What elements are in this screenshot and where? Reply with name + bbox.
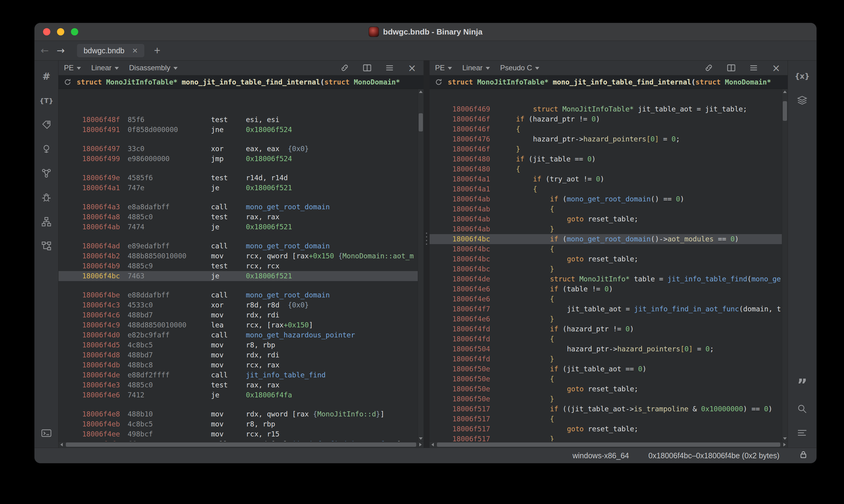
il-selector[interactable]: Pseudo C xyxy=(500,64,539,72)
disasm-row[interactable]: 18006f4ab7474je0x18006f521 xyxy=(58,222,418,232)
sync-link-icon[interactable] xyxy=(703,62,715,73)
pseudoc-row[interactable]: 18006f4destruct MonoJitInfo* table = jit… xyxy=(430,274,782,284)
console-icon[interactable] xyxy=(39,426,54,440)
right-vertical-scrollbar[interactable] xyxy=(782,89,788,441)
tags-icon[interactable] xyxy=(39,118,54,132)
disasm-row[interactable]: 18006f4bee88ddafbffcallmono_get_root_dom… xyxy=(58,290,418,300)
right-horizontal-scrollbar[interactable] xyxy=(430,441,788,448)
view-selector[interactable]: Linear xyxy=(91,64,119,72)
disasm-row[interactable]: 18006f4f1ff1521ac4200callqword [rel jit_… xyxy=(58,439,418,441)
refresh-icon[interactable] xyxy=(434,78,443,86)
disasm-row[interactable]: 18006f4e8488b10movrdx, qword [rax {MonoJ… xyxy=(58,409,418,419)
log-icon[interactable] xyxy=(795,426,809,440)
disasm-row[interactable]: 18006f4a3e8a8dafbffcallmono_get_root_dom… xyxy=(58,202,418,212)
back-arrow-icon[interactable]: ← xyxy=(41,46,49,55)
pseudoc-row[interactable]: 18006f517if ((jit_table_aot->is_trampoli… xyxy=(430,404,782,414)
disasm-row[interactable]: 18006f4bc7463je0x18006f521 xyxy=(58,271,418,281)
disasm-row[interactable]: 18006f4c9488d8850010000learcx, [rax+0x15… xyxy=(58,320,418,330)
variables-icon[interactable]: {x} xyxy=(795,69,809,84)
refresh-icon[interactable] xyxy=(63,78,72,86)
pseudoc-row[interactable]: 18006f476hazard_ptr->hazard_pointers[0] … xyxy=(430,134,782,144)
sync-link-icon[interactable] xyxy=(339,62,351,73)
disasm-row[interactable]: 18006f4e67412je0x18006f4fa xyxy=(58,390,418,400)
scroll-left-icon[interactable] xyxy=(58,442,65,448)
view-selector[interactable]: Linear xyxy=(462,64,490,72)
pseudoc-row[interactable]: 18006f4f7jit_table_aot = jit_info_find_i… xyxy=(430,304,782,314)
pseudoc-row[interactable]: 18006f4abif (mono_get_root_domain() == 0… xyxy=(430,194,782,204)
pseudoc-row[interactable]: 18006f46fif (hazard_ptr != 0) xyxy=(430,114,782,124)
disasm-row[interactable]: 18006f4d0e82bc9faffcallmono_get_hazardou… xyxy=(58,330,418,340)
pseudoc-row[interactable]: 18006f4e6{ xyxy=(430,294,782,304)
left-vscroll-thumb[interactable] xyxy=(419,113,423,131)
disasm-row[interactable]: 18006f4910f858d000000jne0x18006f524 xyxy=(58,125,418,135)
disasm-row[interactable]: 18006f4b2488b8850010000movrcx, qword [ra… xyxy=(58,251,418,261)
disasm-row[interactable]: 18006f4ee498bcfmovrcx, r15 xyxy=(58,429,418,439)
lock-icon[interactable] xyxy=(799,450,808,461)
components-icon[interactable] xyxy=(39,239,54,253)
zoom-window-button[interactable] xyxy=(71,28,78,35)
disasm-row[interactable]: 18006f49e4585f6testr14d, r14d xyxy=(58,173,418,183)
disasm-row[interactable]: 18006f4a1747eje0x18006f521 xyxy=(58,183,418,193)
disasm-row[interactable]: 18006f4c34533c0xorr8d, r8d {0x0} xyxy=(58,300,418,310)
pseudoc-row[interactable]: 18006f4ab} xyxy=(430,224,782,234)
pseudoc-row[interactable]: 18006f517goto reset_table; xyxy=(430,424,782,434)
split-view-icon[interactable] xyxy=(725,62,737,73)
disasm-row[interactable]: 18006f4d54c8bc5movr8, rbp xyxy=(58,340,418,350)
disasm-row[interactable]: 18006f4d8488bd7movrdx, rdi xyxy=(58,350,418,360)
disasm-row[interactable]: 18006f499e986000000jmp0x18006f524 xyxy=(58,154,418,164)
disasm-row[interactable]: 18006f4eb4c8bc5movr8, rbp xyxy=(58,419,418,429)
pseudoc-row[interactable]: 18006f4abgoto reset_table; xyxy=(430,214,782,224)
tab-bdwgc[interactable]: bdwgc.bndb × xyxy=(77,44,144,57)
scroll-left-icon[interactable] xyxy=(430,442,436,448)
disasm-row[interactable]: 18006f4db488bc8movrcx, rax xyxy=(58,360,418,370)
pseudoc-row[interactable]: 18006f46f{ xyxy=(430,124,782,134)
il-selector[interactable]: Disassembly xyxy=(129,64,178,72)
pseudoc-row[interactable]: 18006f469struct MonoJitInfoTable* jit_ta… xyxy=(430,104,782,114)
forward-arrow-icon[interactable]: → xyxy=(57,46,65,55)
scroll-down-icon[interactable] xyxy=(782,436,788,441)
pseudoc-row[interactable]: 18006f4fdif (hazard_ptr != 0) xyxy=(430,324,782,334)
types-icon[interactable]: {T} xyxy=(39,93,54,108)
close-pane-icon[interactable]: × xyxy=(406,62,418,73)
pseudoc-row[interactable]: 18006f517{ xyxy=(430,414,782,424)
disasm-row[interactable]: 18006f4dee88df2ffffcalljit_info_table_fi… xyxy=(58,370,418,380)
debugger-icon[interactable] xyxy=(39,190,54,205)
hierarchy-icon[interactable] xyxy=(39,214,54,229)
pseudoc-row[interactable]: 18006f4e6if (table != 0) xyxy=(430,284,782,294)
memory-map-icon[interactable] xyxy=(39,142,54,156)
disasm-row[interactable]: 18006f4c6488bd7movrdx, rdi xyxy=(58,310,418,320)
pseudoc-row[interactable]: 18006f46f} xyxy=(430,144,782,154)
close-pane-icon[interactable]: × xyxy=(770,62,782,73)
disasm-row[interactable]: 18006f48f85f6testesi, esi xyxy=(58,115,418,125)
scroll-down-icon[interactable] xyxy=(418,436,424,441)
menu-icon[interactable] xyxy=(747,62,760,73)
pseudoc-row[interactable]: 18006f4fd{ xyxy=(430,334,782,344)
disasm-row[interactable]: 18006f4e34885c0testrax, rax xyxy=(58,380,418,390)
disasm-row[interactable]: 18006f49733c0xoreax, eax {0x0} xyxy=(58,144,418,154)
split-view-icon[interactable] xyxy=(361,62,373,73)
pane-splitter[interactable] xyxy=(424,60,430,448)
minimize-window-button[interactable] xyxy=(57,28,64,35)
close-window-button[interactable] xyxy=(43,28,50,35)
pseudoc-row[interactable]: 18006f50eif (jit_table_aot == 0) xyxy=(430,364,782,374)
pseudoc-row[interactable]: 18006f517} xyxy=(430,434,782,441)
disasm-row[interactable]: 18006f4ade89edafbffcallmono_get_root_dom… xyxy=(58,241,418,251)
strings-icon[interactable]: ” xyxy=(795,371,809,392)
pseudoc-row[interactable]: 18006f4e6} xyxy=(430,314,782,324)
splitter-handle-icon[interactable] xyxy=(425,230,428,248)
scroll-up-icon[interactable] xyxy=(782,89,788,94)
scroll-right-icon[interactable] xyxy=(417,442,424,448)
pseudoc-row[interactable]: 18006f50e} xyxy=(430,394,782,404)
disasm-row[interactable]: 18006f4b94885c9testrcx, rcx xyxy=(58,261,418,271)
tab-close-icon[interactable]: × xyxy=(132,46,138,55)
pseudoc-row[interactable]: 18006f50e{ xyxy=(430,374,782,384)
cross-references-icon[interactable]: # xyxy=(39,69,54,84)
pseudoc-row[interactable]: 18006f480if (jit_table == 0) xyxy=(430,154,782,164)
left-vertical-scrollbar[interactable] xyxy=(418,89,424,441)
pseudoc-row[interactable]: 18006f4bc{ xyxy=(430,244,782,254)
left-horizontal-scrollbar[interactable] xyxy=(58,441,424,448)
disasm-row[interactable]: 18006f4a84885c0testrax, rax xyxy=(58,212,418,222)
format-selector[interactable]: PE xyxy=(435,64,452,72)
pseudoc-row[interactable]: 18006f4fd} xyxy=(430,354,782,364)
scroll-up-icon[interactable] xyxy=(418,89,424,94)
